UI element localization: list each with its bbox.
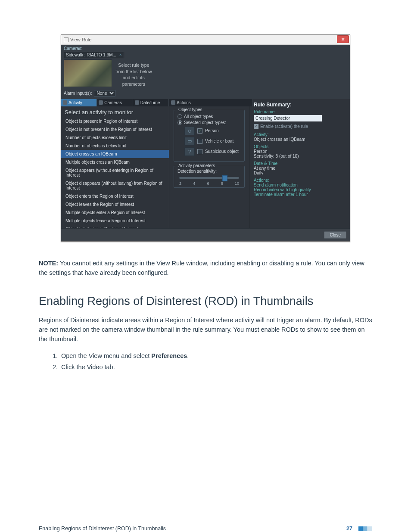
cameras-label: Cameras: bbox=[64, 46, 347, 51]
alarm-input-select[interactable]: None bbox=[94, 90, 115, 96]
camera-hint: Select rule type from the list below and… bbox=[115, 59, 152, 87]
tab-activity[interactable]: Activity bbox=[61, 99, 97, 106]
page-footer: Enabling Regions of Disinterest (ROD) in… bbox=[0, 526, 411, 532]
tab-cameras[interactable]: Cameras bbox=[97, 99, 133, 106]
object-type-suspicious[interactable]: ?Suspicious object bbox=[184, 147, 241, 156]
activity-item[interactable]: Object crosses an IQBeam bbox=[61, 150, 169, 158]
alarm-input-label: Alarm Input(s): bbox=[64, 91, 92, 96]
chip-remove-icon[interactable]: × bbox=[119, 53, 122, 57]
activity-item[interactable]: Object is not present in the Region of I… bbox=[61, 125, 169, 134]
activity-item[interactable]: Number of objects exceeds limit bbox=[61, 134, 169, 142]
activity-item[interactable]: Object is loitering in Region of Interes… bbox=[61, 225, 169, 228]
activity-item[interactable]: Object enters the Region of Interest bbox=[61, 192, 169, 200]
titlebar: View Rule ✕ bbox=[61, 35, 350, 45]
brand-squares-icon bbox=[358, 526, 372, 531]
object-types-legend: Object types bbox=[177, 107, 204, 112]
tab-actions[interactable]: Actions bbox=[169, 99, 253, 106]
activity-params-legend: Activity parameters bbox=[177, 163, 217, 168]
section-heading: Enabling Regions of Disinterest (ROD) in… bbox=[39, 295, 372, 308]
summary-objects-label: Objects: bbox=[254, 144, 346, 149]
rule-name-value: Crossing Detector bbox=[254, 115, 322, 121]
select-activity-title: Select an activity to monitor bbox=[61, 106, 169, 117]
note-bold: NOTE: bbox=[39, 260, 58, 267]
instruction-list: Open the View menu and select Preference… bbox=[39, 350, 372, 373]
summary-datetime-label: Date & Time: bbox=[254, 161, 346, 166]
enable-rule-row: ✓ Enable (activate) the rule bbox=[254, 124, 346, 129]
activity-item[interactable]: Multiple objects cross an IQBeam bbox=[61, 158, 169, 166]
activity-item[interactable]: Object disappears (without leaving) from… bbox=[61, 179, 169, 192]
tab-datetime[interactable]: Date/Time bbox=[133, 99, 169, 106]
summary-activity-label: Activity: bbox=[254, 132, 346, 137]
summary-actions-label: Actions: bbox=[254, 178, 346, 183]
actions-icon bbox=[171, 100, 175, 105]
camera-thumbnail bbox=[64, 59, 112, 87]
clock-icon bbox=[135, 100, 139, 105]
tabrow: Activity Cameras Date/Time bbox=[61, 99, 169, 106]
suspicious-icon: ? bbox=[184, 147, 195, 156]
camera-chip-label: Sidewalk : RIALTO 1.3M... bbox=[66, 53, 116, 57]
summary-actions-list: Send alarm notificationRecord video with… bbox=[254, 183, 346, 197]
object-type-vehicle[interactable]: ▭Vehicle or boat bbox=[184, 137, 241, 146]
page-number: 27 bbox=[346, 526, 352, 532]
rule-name-label: Rule name: bbox=[254, 109, 346, 114]
activity-item[interactable]: Number of objects is below limit bbox=[61, 142, 169, 150]
camera-chip[interactable]: Sidewalk : RIALTO 1.3M... × bbox=[64, 52, 124, 58]
radio-selected-object-types[interactable]: Selected object types: bbox=[177, 120, 241, 125]
summary-activity-value: Object crosses an IQBeam bbox=[254, 137, 346, 142]
checkbox-icon[interactable] bbox=[197, 149, 202, 154]
window-icon bbox=[64, 37, 68, 42]
object-type-person[interactable]: ☺Person bbox=[184, 127, 241, 135]
window-title: View Rule bbox=[70, 37, 91, 42]
checkbox-icon[interactable] bbox=[197, 128, 202, 134]
rule-summary-title: Rule Summary: bbox=[249, 99, 350, 109]
close-icon[interactable]: ✕ bbox=[337, 35, 349, 43]
activity-icon bbox=[63, 100, 67, 105]
camera-icon bbox=[99, 100, 103, 105]
summary-action-item: Record video with high quality bbox=[254, 187, 346, 192]
radio-icon bbox=[177, 120, 182, 125]
activity-item[interactable]: Multiple objects leave a Region of Inter… bbox=[61, 217, 169, 225]
summary-action-item: Send alarm notification bbox=[254, 183, 346, 187]
activity-params-fieldset: Activity parameters Detection sensitivit… bbox=[174, 166, 245, 188]
person-icon: ☺ bbox=[184, 127, 195, 135]
activity-item[interactable]: Object appears (without entering) in Reg… bbox=[61, 166, 169, 179]
activity-list[interactable]: Object is present in Region of InterestO… bbox=[61, 117, 169, 228]
radio-all-object-types[interactable]: All object types bbox=[177, 114, 241, 119]
radio-icon bbox=[177, 114, 182, 119]
activity-item[interactable]: Object is present in Region of Interest bbox=[61, 117, 169, 125]
summary-objects-value: Person bbox=[254, 149, 346, 154]
list-item: Open the View menu and select Preference… bbox=[59, 350, 372, 361]
section-paragraph: Regions of Disinterest indicate areas wi… bbox=[39, 316, 372, 344]
camera-strip: Cameras: Sidewalk : RIALTO 1.3M... × Sel… bbox=[61, 45, 350, 99]
activity-item[interactable]: Multiple objects enter a Region of Inter… bbox=[61, 208, 169, 217]
detection-sensitivity-label: Detection sensitivity: bbox=[177, 169, 241, 174]
summary-action-item: Terminate alarm after 1 hour bbox=[254, 192, 346, 197]
checkbox-icon[interactable] bbox=[197, 139, 202, 144]
vehicle-icon: ▭ bbox=[184, 137, 195, 146]
summary-sensitivity-value: Sensitivity: 8 (out of 10) bbox=[254, 154, 346, 159]
list-item: Click the Video tab. bbox=[59, 361, 372, 373]
activity-item[interactable]: Object leaves the Region of Interest bbox=[61, 200, 169, 208]
object-types-fieldset: Object types All object types Selected o… bbox=[174, 110, 245, 162]
view-rule-dialog: View Rule ✕ Cameras: Sidewalk : RIALTO 1… bbox=[61, 34, 350, 242]
note-paragraph: NOTE: You cannot edit any settings in th… bbox=[39, 259, 372, 278]
footer-title: Enabling Regions of Disinterest (ROD) in… bbox=[39, 526, 166, 532]
sensitivity-slider[interactable]: 2 4 6 8 10 bbox=[177, 174, 241, 184]
checkbox-icon: ✓ bbox=[254, 124, 258, 129]
close-button[interactable]: Close bbox=[324, 231, 346, 239]
